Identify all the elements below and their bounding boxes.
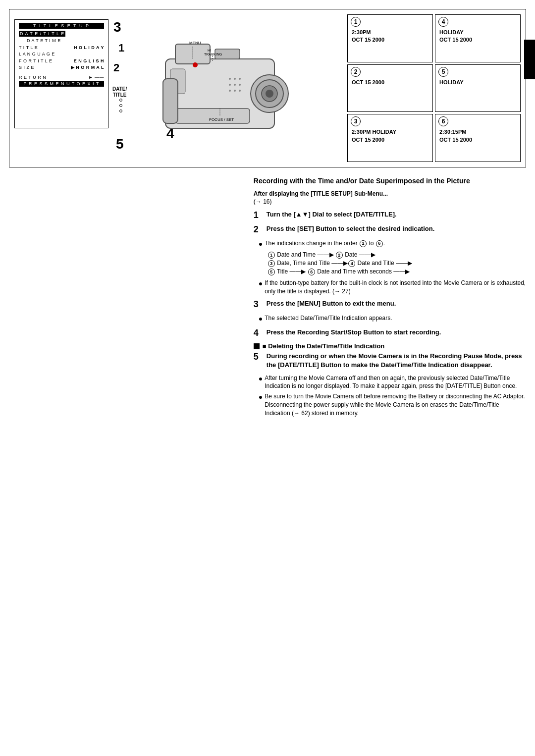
menu-sub-item: D A T E T I M E bbox=[19, 38, 104, 45]
menu-return: R E T U R N ► —— P R E S S M E N U T O E… bbox=[19, 74, 104, 87]
svg-text:MENU: MENU bbox=[189, 41, 201, 45]
menu-exit-label: P R E S S M E N U T O E X I T bbox=[19, 81, 104, 87]
step-3-text: Press the [MENU] Button to exit the menu… bbox=[267, 299, 396, 308]
circle-6b: 6 bbox=[308, 269, 315, 275]
box-number-2: 2 bbox=[351, 67, 361, 77]
number-3-topleft: 3 bbox=[113, 19, 121, 35]
section-title: Recording with the Time and/or Date Supe… bbox=[254, 176, 526, 186]
box-content-5: HOLIDAY bbox=[439, 68, 516, 86]
box3-line2: OCT 15 2000 bbox=[352, 136, 428, 144]
menu-label-language: L A N G U A G E bbox=[19, 51, 55, 58]
svg-point-13 bbox=[239, 78, 241, 80]
menu-selected-item: D A T E / T I T L E bbox=[19, 31, 65, 37]
step-3: 3 Press the [MENU] Button to exit the me… bbox=[254, 299, 526, 310]
menu-val-for-title: E N G L I S H bbox=[74, 58, 104, 65]
box-number-5: 5 bbox=[438, 67, 448, 77]
display-boxes-grid: 1 2:30PM OCT 15 2000 4 HOLIDAY OCT 15 20… bbox=[347, 14, 521, 162]
svg-point-16 bbox=[239, 84, 241, 86]
bullet-indications: ● The indications change in the order 1 … bbox=[259, 239, 526, 249]
menu-panel: T I T L E S E T U P D A T E / T I T L E … bbox=[14, 19, 108, 128]
step-3-num: 3 bbox=[254, 299, 265, 310]
box6-line1: 2:30:15PM bbox=[439, 128, 516, 136]
top-diagram: T I T L E S E T U P D A T E / T I T L E … bbox=[9, 9, 526, 167]
step-5-text: During recording or when the Movie Camer… bbox=[267, 352, 526, 370]
circle-1: 1 bbox=[360, 240, 367, 247]
number-2: 2 bbox=[113, 61, 119, 74]
after-label: After displaying the [TITLE SETUP] Sub-M… bbox=[254, 190, 526, 197]
camera-illustration: MENU HI TRACKING FOCUS / SET 4 bbox=[136, 29, 289, 160]
svg-point-12 bbox=[234, 78, 236, 80]
menu-label-for-title: F O R T I T L E bbox=[19, 58, 53, 65]
bullet-dot-b2: ● bbox=[259, 392, 263, 402]
circle-4: 4 bbox=[348, 260, 355, 267]
menu-panel-title: T I T L E S E T U P bbox=[19, 23, 104, 29]
bottom-right-content: Recording with the Time and/or Date Supe… bbox=[242, 176, 526, 422]
circle-2: 2 bbox=[336, 252, 343, 259]
circle-3: 3 bbox=[268, 260, 275, 267]
step-5-num: 5 bbox=[254, 352, 265, 363]
box-content-1: 2:30PM OCT 15 2000 bbox=[352, 18, 428, 44]
display-box-1: 1 2:30PM OCT 15 2000 bbox=[347, 14, 433, 62]
box2-line2: OCT 15 2000 bbox=[352, 79, 428, 86]
menu-row-size: S I Z E ▶ N O R M A L bbox=[19, 64, 104, 71]
box1-line1: 2:30PM bbox=[352, 29, 428, 36]
delete-header: ■ Deleting the Date/Time/Title Indicatio… bbox=[254, 342, 526, 350]
bullet-text-step3: The selected Date/Time/Title Indication … bbox=[265, 314, 392, 323]
bottom-left-spacer bbox=[9, 176, 242, 422]
svg-point-4 bbox=[266, 90, 273, 98]
dot-indicators bbox=[119, 99, 122, 112]
svg-text:FOCUS / SET: FOCUS / SET bbox=[209, 117, 234, 122]
menu-return-row: R E T U R N ► —— bbox=[19, 74, 104, 81]
date-title-label: DATE/TITLE bbox=[112, 86, 127, 98]
box1-line2: OCT 15 2000 bbox=[352, 36, 428, 44]
bullet-dot-battery: ● bbox=[259, 279, 263, 289]
svg-rect-9 bbox=[163, 79, 178, 123]
menu-row-language: L A N G U A G E bbox=[19, 51, 104, 58]
box-content-2: OCT 15 2000 bbox=[352, 68, 428, 86]
bullet-sub-2: 3 Date, Time and Title ——▶4 Date and Tit… bbox=[268, 259, 526, 268]
box-content-3: 2:30PM HOLIDAY OCT 15 2000 bbox=[352, 117, 428, 144]
svg-point-19 bbox=[239, 90, 241, 92]
menu-val-title: H O L I D A Y bbox=[74, 45, 104, 52]
bottom-bullet-2: ● Be sure to turn the Movie Camera off b… bbox=[259, 392, 526, 417]
step-1-num: 1 bbox=[254, 210, 265, 221]
step-5: 5 During recording or when the Movie Cam… bbox=[254, 352, 526, 370]
display-box-4: 4 HOLIDAY OCT 15 2000 bbox=[435, 14, 521, 62]
camera-area: 3 1 2 5 DATE/TITLE bbox=[108, 14, 347, 162]
bottom-bullet-text-1: After turning the Movie Camera off and t… bbox=[265, 374, 526, 391]
menu-row-title: T I T L E H O L I D A Y bbox=[19, 45, 104, 52]
step3-bullets: ● The selected Date/Time/Title Indicatio… bbox=[259, 314, 526, 324]
svg-point-14 bbox=[229, 84, 231, 86]
step2-bullets: ● The indications change in the order 1 … bbox=[259, 239, 526, 296]
step-2-text: Press the [SET] Button to select the des… bbox=[267, 224, 435, 233]
bottom-bullets: ● After turning the Movie Camera off and… bbox=[259, 374, 526, 418]
menu-row-for-title: F O R T I T L E E N G L I S H bbox=[19, 58, 104, 65]
box6-line2: OCT 15 2000 bbox=[439, 136, 516, 144]
bottom-section: Recording with the Time and/or Date Supe… bbox=[9, 176, 526, 422]
box-number-4: 4 bbox=[438, 17, 448, 27]
number-5: 5 bbox=[116, 136, 124, 152]
number-1: 1 bbox=[118, 42, 124, 54]
bullet-dot-b1: ● bbox=[259, 374, 263, 384]
bottom-bullet-text-2: Be sure to turn the Movie Camera off bef… bbox=[265, 392, 526, 417]
box3-line1: 2:30PM HOLIDAY bbox=[352, 128, 428, 136]
circle-1b: 1 bbox=[268, 252, 275, 259]
svg-text:4: 4 bbox=[166, 126, 174, 141]
bullet-step3: ● The selected Date/Time/Title Indicatio… bbox=[259, 314, 526, 324]
svg-text:HI: HI bbox=[208, 49, 211, 52]
box4-line1: HOLIDAY bbox=[439, 29, 516, 36]
menu-return-arrow: ► —— bbox=[89, 74, 104, 81]
step-2: 2 Press the [SET] Button to select the d… bbox=[254, 224, 526, 235]
svg-point-15 bbox=[234, 84, 236, 86]
bullet-text-battery: If the button-type battery for the built… bbox=[265, 279, 526, 296]
menu-label-title: T I T L E bbox=[19, 45, 38, 52]
step-4-num: 4 bbox=[254, 328, 265, 339]
step-4: 4 Press the Recording Start/Stop Button … bbox=[254, 328, 526, 339]
display-box-2: 2 OCT 15 2000 bbox=[347, 64, 433, 112]
bullet-sub-1: 1 Date and Time ——▶ 2 Date ——▶ bbox=[268, 251, 526, 259]
step-4-text: Press the Recording Start/Stop Button to… bbox=[267, 328, 441, 337]
box5-line2: HOLIDAY bbox=[439, 79, 516, 86]
menu-val-size: ▶ N O R M A L bbox=[71, 64, 104, 71]
delete-header-text: ■ Deleting the Date/Time/Title Indicatio… bbox=[263, 342, 384, 350]
box-content-6: 2:30:15PM OCT 15 2000 bbox=[439, 117, 516, 144]
